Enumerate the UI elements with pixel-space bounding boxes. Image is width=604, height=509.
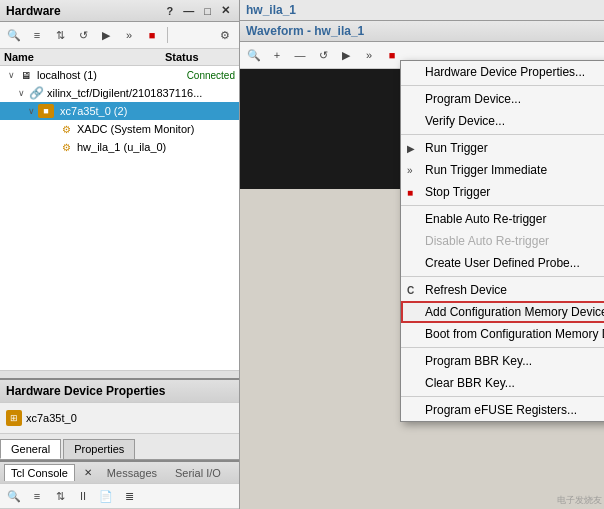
menu-item-program-efuse[interactable]: Program eFUSE Registers... — [401, 399, 604, 421]
menu-item-clear-bbr[interactable]: Clear BBR Key... — [401, 372, 604, 394]
console-close-btn[interactable]: ✕ — [81, 466, 95, 479]
window-controls: ? — □ ✕ — [164, 3, 233, 18]
tree-arrow-localhost: ∨ — [8, 70, 18, 80]
tab-general[interactable]: General — [0, 439, 61, 459]
waveform-search-btn[interactable]: 🔍 — [244, 45, 264, 65]
waveform-zoom-out-btn[interactable]: — — [290, 45, 310, 65]
tree-status-localhost: Connected — [187, 70, 235, 81]
right-panel: hw_ila_1 Waveform - hw_ila_1 🔍 + — ↺ ▶ »… — [240, 0, 604, 509]
tree-item-hw-ila[interactable]: ⚙ hw_ila_1 (u_ila_0) — [0, 138, 239, 156]
tree-scrollbar[interactable] — [0, 370, 239, 378]
run-btn[interactable]: ▶ — [96, 25, 116, 45]
refresh-btn[interactable]: ↺ — [73, 25, 93, 45]
menu-label-disable-auto: Disable Auto Re-trigger — [425, 234, 549, 248]
hardware-title: Hardware — [6, 4, 61, 18]
tree-label-xc7a35t: xc7a35t_0 (2) — [57, 105, 235, 117]
menu-item-run-trigger[interactable]: ▶ Run Trigger — [401, 137, 604, 159]
menu-label-enable-auto: Enable Auto Re-trigger — [425, 212, 546, 226]
run-trigger-imm-icon: » — [407, 165, 413, 176]
menu-label-run-trigger: Run Trigger — [425, 141, 488, 155]
tree-header: Name Status — [0, 49, 239, 66]
menu-item-verify-device[interactable]: Verify Device... — [401, 110, 604, 132]
waveform-refresh-btn[interactable]: ↺ — [313, 45, 333, 65]
menu-item-add-config-mem[interactable]: Add Configuration Memory Device... — [401, 301, 604, 323]
help-btn[interactable]: ? — [164, 4, 177, 18]
menu-item-hw-device-props[interactable]: Hardware Device Properties... Ctrl+E — [401, 61, 604, 83]
tree-label-localhost: localhost (1) — [37, 69, 183, 81]
maximize-btn[interactable]: □ — [201, 4, 214, 18]
run-trigger-icon: ▶ — [407, 143, 415, 154]
stop-btn[interactable]: ■ — [142, 25, 162, 45]
menu-label-program-bbr: Program BBR Key... — [425, 354, 532, 368]
tree-item-xc7a35t[interactable]: ∨ ■ xc7a35t_0 (2) — [0, 102, 239, 120]
menu-label-program-efuse: Program eFUSE Registers... — [425, 403, 577, 417]
tree-label-hw-ila: hw_ila_1 (u_ila_0) — [77, 141, 235, 153]
device-chip-icon: ⊞ — [6, 410, 22, 426]
left-panel: Hardware ? — □ ✕ 🔍 ≡ ⇅ ↺ ▶ » ■ ⚙ Name St… — [0, 0, 240, 509]
hardware-tree[interactable]: ∨ 🖥 localhost (1) Connected ∨ 🔗 xilinx_t… — [0, 66, 239, 370]
waveform-title: Waveform - hw_ila_1 — [246, 24, 364, 38]
refresh-device-icon: C — [407, 285, 414, 296]
context-menu: Hardware Device Properties... Ctrl+E Pro… — [400, 60, 604, 422]
tree-item-xilinx-tcf[interactable]: ∨ 🔗 xilinx_tcf/Digilent/2101837116... — [0, 84, 239, 102]
menu-sep-3 — [401, 205, 604, 206]
menu-label-add-config-mem: Add Configuration Memory Device... — [425, 305, 604, 319]
menu-sep-1 — [401, 85, 604, 86]
tree-item-localhost[interactable]: ∨ 🖥 localhost (1) Connected — [0, 66, 239, 84]
menu-item-program-device[interactable]: Program Device... — [401, 88, 604, 110]
list-btn[interactable]: ≡ — [27, 25, 47, 45]
console-list-btn[interactable]: ≡ — [27, 486, 47, 506]
waveform-run-imm-btn[interactable]: » — [359, 45, 379, 65]
menu-item-stop-trigger[interactable]: ■ Stop Trigger — [401, 181, 604, 203]
right-panel-header: hw_ila_1 — [240, 0, 604, 21]
hardware-panel-header: Hardware ? — □ ✕ — [0, 0, 239, 22]
tab-messages[interactable]: Messages — [101, 465, 163, 481]
menu-item-create-probe[interactable]: Create User Defined Probe... — [401, 252, 604, 274]
tab-tcl-console[interactable]: Tcl Console — [4, 464, 75, 481]
sort-btn[interactable]: ⇅ — [50, 25, 70, 45]
hw-device-info: ⊞ xc7a35t_0 — [6, 407, 233, 429]
minimize-btn[interactable]: — — [180, 4, 197, 18]
run-immediate-btn[interactable]: » — [119, 25, 139, 45]
hw-device-props-header: Hardware Device Properties — [0, 380, 239, 403]
menu-item-run-trigger-imm[interactable]: » Run Trigger Immediate — [401, 159, 604, 181]
menu-item-program-bbr[interactable]: Program BBR Key... — [401, 350, 604, 372]
menu-label-hw-device-props: Hardware Device Properties... — [425, 65, 585, 79]
menu-label-stop-trigger: Stop Trigger — [425, 185, 490, 199]
console-copy-btn[interactable]: 📄 — [96, 486, 116, 506]
hw-device-props-content: ⊞ xc7a35t_0 — [0, 403, 239, 433]
computer-icon: 🖥 — [18, 68, 34, 82]
tab-serial-io[interactable]: Serial I/O — [169, 465, 227, 481]
tree-label-xadc: XADC (System Monitor) — [77, 123, 235, 135]
menu-item-boot-config-mem[interactable]: Boot from Configuration Memory Device — [401, 323, 604, 345]
console-clear-btn[interactable]: ≣ — [119, 486, 139, 506]
hw-device-props-panel: Hardware Device Properties ⊞ xc7a35t_0 G… — [0, 378, 239, 460]
right-panel-title: hw_ila_1 — [246, 3, 296, 17]
console-search-btn[interactable]: 🔍 — [4, 486, 24, 506]
tree-col-status: Status — [165, 51, 235, 63]
menu-label-create-probe: Create User Defined Probe... — [425, 256, 580, 270]
tree-item-xadc[interactable]: ⚙ XADC (System Monitor) — [0, 120, 239, 138]
console-sort-btn[interactable]: ⇅ — [50, 486, 70, 506]
search-btn[interactable]: 🔍 — [4, 25, 24, 45]
console-pause-btn[interactable]: II — [73, 486, 93, 506]
settings-btn[interactable]: ⚙ — [215, 25, 235, 45]
waveform-zoom-in-btn[interactable]: + — [267, 45, 287, 65]
tree-col-name: Name — [4, 51, 165, 63]
menu-label-verify-device: Verify Device... — [425, 114, 505, 128]
waveform-stop-btn[interactable]: ■ — [382, 45, 402, 65]
menu-label-run-trigger-imm: Run Trigger Immediate — [425, 163, 547, 177]
menu-item-refresh-device[interactable]: C Refresh Device — [401, 279, 604, 301]
menu-item-enable-auto[interactable]: Enable Auto Re-trigger — [401, 208, 604, 230]
hardware-toolbar: 🔍 ≡ ⇅ ↺ ▶ » ■ ⚙ — [0, 22, 239, 49]
props-tabs: General Properties — [0, 439, 239, 460]
console-header: Tcl Console ✕ Messages Serial I/O — [0, 462, 239, 484]
close-btn[interactable]: ✕ — [218, 3, 233, 18]
separator — [167, 27, 168, 43]
tree-label-xilinx: xilinx_tcf/Digilent/2101837116... — [47, 87, 235, 99]
tab-properties[interactable]: Properties — [63, 439, 135, 459]
menu-sep-2 — [401, 134, 604, 135]
waveform-run-btn[interactable]: ▶ — [336, 45, 356, 65]
menu-sep-6 — [401, 396, 604, 397]
link-icon: 🔗 — [28, 86, 44, 100]
